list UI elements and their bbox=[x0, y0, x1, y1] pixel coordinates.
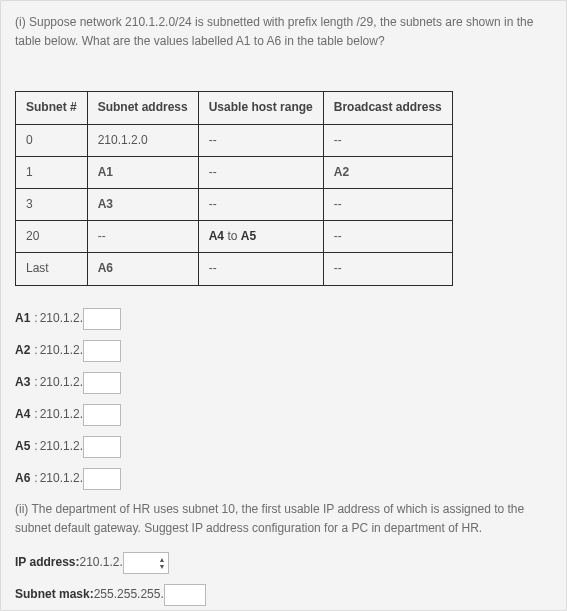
cell-bcast: A2 bbox=[323, 156, 452, 188]
answer-input-a6[interactable] bbox=[83, 468, 121, 490]
answer-colon: : bbox=[34, 469, 37, 488]
ip-label: IP address: bbox=[15, 553, 79, 572]
range-to: to bbox=[224, 229, 241, 243]
cell-num: 1 bbox=[16, 156, 88, 188]
answer-input-a4[interactable] bbox=[83, 404, 121, 426]
range-a5: A5 bbox=[241, 229, 256, 243]
cell-addr: 210.1.2.0 bbox=[87, 124, 198, 156]
cell-num: 3 bbox=[16, 188, 88, 220]
cell-num: 20 bbox=[16, 221, 88, 253]
answer-label: A5 bbox=[15, 437, 30, 456]
cell-bcast: -- bbox=[323, 253, 452, 285]
answer-prefix: 210.1.2. bbox=[40, 405, 83, 424]
answer-input-a5[interactable] bbox=[83, 436, 121, 458]
col-subnet-num: Subnet # bbox=[16, 92, 88, 124]
cell-range: A4 to A5 bbox=[198, 221, 323, 253]
answer-row-a3: A3 : 210.1.2. bbox=[15, 372, 552, 394]
answer-label: A6 bbox=[15, 469, 30, 488]
cell-range: -- bbox=[198, 156, 323, 188]
answer-row-a1: A1 : 210.1.2. bbox=[15, 308, 552, 330]
config-row-mask: Subnet mask: 255.255.255. bbox=[15, 584, 552, 606]
config-row-ip: IP address: 210.1.2. ▲ ▼ bbox=[15, 552, 552, 574]
answer-row-a4: A4 : 210.1.2. bbox=[15, 404, 552, 426]
answer-input-a1[interactable] bbox=[83, 308, 121, 330]
table-row: 0 210.1.2.0 -- -- bbox=[16, 124, 453, 156]
answer-input-a3[interactable] bbox=[83, 372, 121, 394]
answer-label: A2 bbox=[15, 341, 30, 360]
cell-bcast: -- bbox=[323, 188, 452, 220]
answer-prefix: 210.1.2. bbox=[40, 341, 83, 360]
col-subnet-addr: Subnet address bbox=[87, 92, 198, 124]
cell-addr: -- bbox=[87, 221, 198, 253]
col-broadcast: Broadcast address bbox=[323, 92, 452, 124]
mask-label: Subnet mask: bbox=[15, 585, 94, 604]
answer-row-a2: A2 : 210.1.2. bbox=[15, 340, 552, 362]
answer-label: A4 bbox=[15, 405, 30, 424]
table-row: 1 A1 -- A2 bbox=[16, 156, 453, 188]
answer-prefix: 210.1.2. bbox=[40, 437, 83, 456]
answer-label: A3 bbox=[15, 373, 30, 392]
answer-label: A1 bbox=[15, 309, 30, 328]
answer-colon: : bbox=[34, 341, 37, 360]
answer-colon: : bbox=[34, 405, 37, 424]
cell-range: -- bbox=[198, 253, 323, 285]
table-header-row: Subnet # Subnet address Usable host rang… bbox=[16, 92, 453, 124]
answer-row-a6: A6 : 210.1.2. bbox=[15, 468, 552, 490]
table-row: Last A6 -- -- bbox=[16, 253, 453, 285]
cell-addr: A6 bbox=[87, 253, 198, 285]
question-i-text: (i) Suppose network 210.1.2.0/24 is subn… bbox=[15, 13, 552, 51]
cell-bcast: -- bbox=[323, 221, 452, 253]
table-row: 3 A3 -- -- bbox=[16, 188, 453, 220]
mask-prefix: 255.255.255. bbox=[94, 585, 164, 604]
question-panel: (i) Suppose network 210.1.2.0/24 is subn… bbox=[0, 0, 567, 611]
mask-input[interactable] bbox=[164, 584, 206, 606]
question-ii-text: (ii) The department of HR uses subnet 10… bbox=[15, 500, 552, 538]
cell-bcast: -- bbox=[323, 124, 452, 156]
cell-num: Last bbox=[16, 253, 88, 285]
ip-prefix: 210.1.2. bbox=[79, 553, 122, 572]
answer-prefix: 210.1.2. bbox=[40, 309, 83, 328]
answer-colon: : bbox=[34, 373, 37, 392]
cell-addr: A3 bbox=[87, 188, 198, 220]
answer-input-a2[interactable] bbox=[83, 340, 121, 362]
ip-input[interactable] bbox=[123, 552, 169, 574]
answer-prefix: 210.1.2. bbox=[40, 373, 83, 392]
col-host-range: Usable host range bbox=[198, 92, 323, 124]
range-a4: A4 bbox=[209, 229, 224, 243]
answer-colon: : bbox=[34, 437, 37, 456]
answers-block: A1 : 210.1.2. A2 : 210.1.2. A3 : 210.1.2… bbox=[15, 308, 552, 490]
ip-spinner: ▲ ▼ bbox=[123, 552, 169, 574]
subnet-table: Subnet # Subnet address Usable host rang… bbox=[15, 91, 453, 285]
table-row: 20 -- A4 to A5 -- bbox=[16, 221, 453, 253]
cell-range: -- bbox=[198, 188, 323, 220]
answer-row-a5: A5 : 210.1.2. bbox=[15, 436, 552, 458]
cell-addr: A1 bbox=[87, 156, 198, 188]
cell-range: -- bbox=[198, 124, 323, 156]
cell-num: 0 bbox=[16, 124, 88, 156]
answer-prefix: 210.1.2. bbox=[40, 469, 83, 488]
answer-colon: : bbox=[34, 309, 37, 328]
